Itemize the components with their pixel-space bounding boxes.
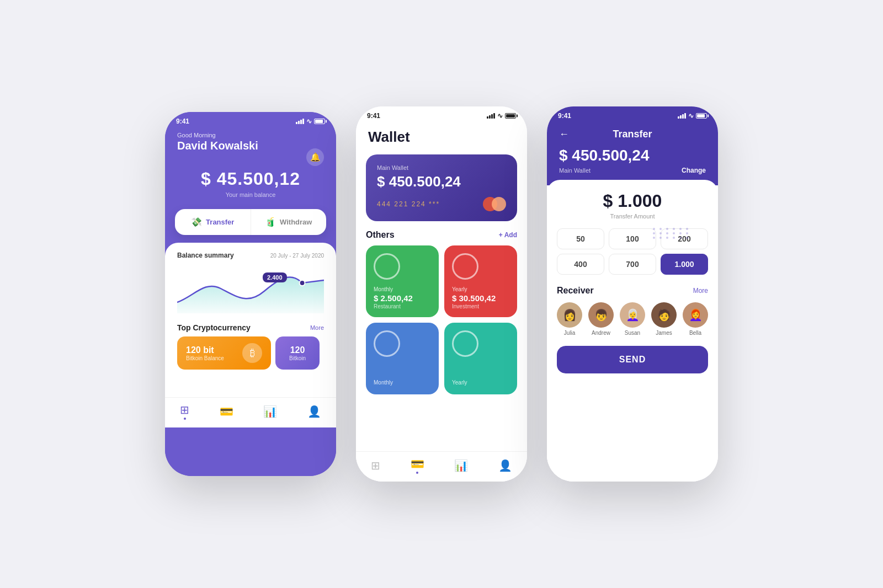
status-icons-2: ∿ bbox=[487, 112, 516, 120]
crypto-card-purple: 120 Bitkoin bbox=[275, 336, 320, 370]
card-circle-4 bbox=[452, 330, 478, 357]
nav-dot bbox=[184, 418, 186, 420]
withdraw-button[interactable]: 🧃 Withdraw bbox=[251, 209, 327, 235]
nav-profile[interactable]: 👤 bbox=[307, 405, 321, 418]
time-3: 9:41 bbox=[558, 112, 571, 120]
time-2: 9:41 bbox=[367, 112, 380, 120]
avatar-img-susan: 👩‍🦳 bbox=[620, 302, 645, 328]
avatar-susan[interactable]: 👩‍🦳 Susan bbox=[620, 302, 645, 336]
time-1: 9:41 bbox=[176, 117, 189, 125]
preset-400[interactable]: 400 bbox=[557, 254, 604, 275]
wallet-card-yearly-investment[interactable]: Yearly $ 30.500,42 Investment bbox=[444, 245, 517, 317]
wallet-card-monthly-restaurant[interactable]: Monthly $ 2.500,42 Restaurant bbox=[366, 245, 439, 317]
transfer-label: Transfer bbox=[206, 218, 234, 226]
crypto-section: Top Cryptocurrency More 120 bit Bitkoin … bbox=[177, 323, 324, 370]
preset-1000[interactable]: 1.000 bbox=[661, 254, 708, 275]
phone-transfer: 9:41 ∿ ← Transfer bbox=[547, 106, 718, 482]
send-button[interactable]: SEND bbox=[557, 346, 708, 373]
avatar-bella[interactable]: 👩‍🦰 Bella bbox=[683, 302, 708, 336]
dashboard-header: Good Morning David Kowalski 🔔 bbox=[165, 127, 336, 163]
transfer-button[interactable]: 💸 Transfer bbox=[175, 209, 251, 235]
avatar-img-julia: 👩 bbox=[557, 302, 582, 328]
avatar-julia[interactable]: 👩 Julia bbox=[557, 302, 582, 336]
profile-icon-2: 👤 bbox=[498, 459, 512, 472]
others-header: Others + Add bbox=[356, 230, 527, 245]
transfer-bal-row: Main Wallet Change bbox=[559, 167, 706, 174]
wallet-card-amount: $ 450.500,24 bbox=[377, 173, 506, 190]
transfer-icon: 💸 bbox=[191, 217, 202, 227]
nav-chart[interactable]: 📊 bbox=[263, 405, 277, 418]
nav-card[interactable]: 💳 bbox=[220, 405, 233, 418]
preset-50[interactable]: 50 bbox=[557, 228, 604, 249]
phone-dashboard: 9:41 ∿ Good Morning David Kowalski 🔔 bbox=[165, 112, 336, 476]
mc-right bbox=[492, 197, 506, 211]
status-bar-1: 9:41 ∿ bbox=[165, 112, 336, 127]
chart-svg bbox=[177, 264, 324, 313]
wifi-icon-1: ∿ bbox=[306, 117, 312, 125]
nav-chart-2[interactable]: 📊 bbox=[454, 459, 468, 472]
avatar-img-james: 🧑 bbox=[651, 302, 677, 328]
mastercard-icon bbox=[483, 197, 506, 211]
chart-section: Balance summary 20 July - 27 July 2020 bbox=[165, 243, 336, 397]
battery-icon-2 bbox=[505, 113, 516, 119]
chart-icon: 📊 bbox=[263, 405, 277, 418]
nav-profile-2[interactable]: 👤 bbox=[498, 459, 512, 472]
wallet-card-yearly-2[interactable]: Yearly bbox=[444, 323, 517, 394]
wifi-icon-2: ∿ bbox=[497, 112, 503, 120]
wallet-card-label: Main Wallet bbox=[377, 164, 506, 171]
crypto-more[interactable]: More bbox=[310, 324, 324, 331]
transfer-amount-value: $ 1.000 bbox=[557, 191, 708, 211]
card-amount-1: $ 2.500,42 bbox=[374, 293, 431, 303]
avatar-img-bella: 👩‍🦰 bbox=[683, 302, 708, 328]
bottom-nav-2: ⊞ 💳 📊 👤 bbox=[356, 451, 527, 482]
bottom-nav-1: ⊞ 💳 📊 👤 bbox=[165, 397, 336, 427]
wallet-card-monthly-2[interactable]: Monthly bbox=[366, 323, 439, 394]
avatar-andrew[interactable]: 👦 Andrew bbox=[588, 302, 614, 336]
status-icons-3: ∿ bbox=[678, 112, 707, 120]
profile-icon: 👤 bbox=[307, 405, 321, 418]
wallet-card-footer: 444 221 224 *** bbox=[377, 197, 506, 211]
card-circle-2 bbox=[452, 253, 478, 280]
transfer-header-row: ← Transfer bbox=[559, 129, 706, 140]
wifi-icon-3: ∿ bbox=[688, 112, 694, 120]
avatar-name-julia: Julia bbox=[564, 330, 576, 336]
transfer-header: ← Transfer $ 450.500,24 Main Wallet Chan… bbox=[547, 122, 718, 185]
more-button[interactable]: More bbox=[693, 287, 708, 295]
user-name: David Kowalski bbox=[177, 140, 324, 152]
nav-home[interactable]: ⊞ bbox=[180, 403, 189, 420]
transfer-content: 9:41 ∿ ← Transfer bbox=[547, 106, 718, 482]
avatar-img-andrew: 👦 bbox=[588, 302, 614, 328]
action-buttons: 💸 Transfer 🧃 Withdraw bbox=[175, 209, 326, 235]
nav-home-2[interactable]: ⊞ bbox=[371, 459, 380, 472]
chart-tooltip: 2.400 bbox=[263, 272, 287, 282]
signal-icon-2 bbox=[487, 113, 495, 119]
avatar-name-james: James bbox=[656, 330, 672, 336]
transfer-bal-amount: $ 450.500,24 bbox=[559, 147, 706, 164]
crypto-amount-2: 120 bbox=[290, 345, 305, 355]
back-button[interactable]: ← bbox=[559, 129, 569, 140]
change-button[interactable]: Change bbox=[682, 167, 706, 174]
avatar-james[interactable]: 🧑 James bbox=[651, 302, 677, 336]
app-container: 9:41 ∿ Good Morning David Kowalski 🔔 bbox=[165, 106, 718, 482]
receiver-title: Receiver bbox=[557, 286, 594, 296]
home-icon: ⊞ bbox=[180, 403, 189, 416]
transfer-title: Transfer bbox=[613, 129, 652, 140]
transfer-body: $ 1.000 Transfer Amount 50 100 200 400 7… bbox=[547, 180, 718, 482]
preset-100[interactable]: 100 bbox=[609, 228, 656, 249]
notification-bell[interactable]: 🔔 bbox=[306, 148, 324, 166]
add-button[interactable]: + Add bbox=[499, 231, 517, 239]
card-amount-2: $ 30.500,42 bbox=[452, 293, 509, 303]
wallet-card: Main Wallet $ 450.500,24 444 221 224 *** bbox=[366, 154, 517, 221]
transfer-amount-section: $ 1.000 Transfer Amount bbox=[557, 191, 708, 220]
wallet-title: Wallet bbox=[368, 129, 515, 146]
crypto-card-bitcoin: 120 bit Bitkoin Balance ₿ bbox=[177, 336, 271, 370]
status-bar-2: 9:41 ∿ bbox=[356, 106, 527, 122]
wallet-cards-grid: Monthly $ 2.500,42 Restaurant Yearly $ 3… bbox=[356, 245, 527, 394]
avatar-name-bella: Bella bbox=[689, 330, 701, 336]
preset-700[interactable]: 700 bbox=[609, 254, 656, 275]
card-icon-2: 💳 bbox=[411, 457, 424, 471]
wallet-content: 9:41 ∿ Wallet Main Wallet bbox=[356, 106, 527, 482]
balance-amount: $ 45.500,12 bbox=[165, 169, 336, 189]
card-number: 444 221 224 *** bbox=[377, 200, 440, 208]
nav-card-2[interactable]: 💳 bbox=[411, 457, 424, 474]
